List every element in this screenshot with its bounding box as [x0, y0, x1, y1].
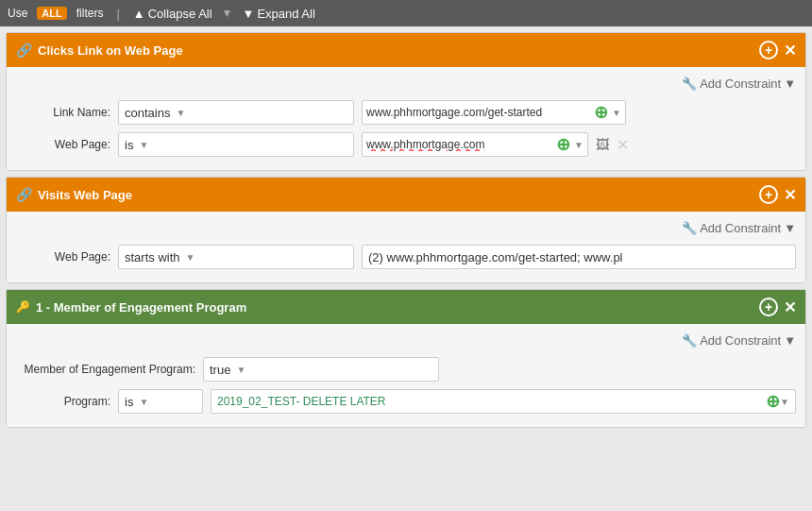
engagement-operator-1[interactable]: true ▼	[203, 357, 439, 382]
link-name-operator[interactable]: contains ▼	[118, 100, 354, 125]
add-constraint-chevron-2: ▼	[784, 221, 796, 235]
engagement-label-1: Member of Engagement Program:	[16, 363, 195, 376]
close-button-visits-web[interactable]: ✕	[784, 186, 796, 204]
program-value: 2019_02_TEST- DELETE LATER	[217, 395, 766, 408]
web-page-multi-value-text: (2) www.phhmortgage.com/get-started; www…	[368, 250, 789, 264]
engagement-operator-value-1: true	[210, 363, 230, 377]
program-operator-value: is	[125, 395, 133, 409]
expand-label: Expand All	[257, 7, 314, 21]
info-button-visits-web[interactable]: +	[759, 185, 778, 204]
link-name-value: www.phhmortgage.com/get-started	[366, 106, 592, 119]
sep: ▼	[222, 7, 233, 20]
add-constraint-chevron: ▼	[784, 77, 796, 91]
engagement-row-1: Member of Engagement Program: true ▼	[7, 353, 805, 385]
filter-header-engagement: 🔑 1 - Member of Engagement Program + ✕	[7, 290, 805, 324]
add-constraint-button-clicks-link[interactable]: 🔧 Add Constraint ▼	[682, 77, 796, 91]
chevron-down-icon-3: ▼	[186, 252, 195, 263]
all-badge[interactable]: ALL	[37, 7, 66, 20]
program-row: Program: is ▼ 2019_02_TEST- DELETE LATER…	[7, 385, 805, 417]
add-constraint-button-visits-web[interactable]: 🔧 Add Constraint ▼	[682, 221, 796, 235]
chevron-down-icon-2: ▼	[139, 140, 148, 150]
link-icon: 🔗	[16, 43, 32, 58]
add-constraint-chevron-3: ▼	[784, 333, 796, 348]
collapse-icon: ▲	[133, 7, 145, 21]
filter-title-clicks-link: Clicks Link on Web Page	[38, 43, 183, 58]
chevron-down-icon: ▼	[176, 108, 185, 118]
web-page-row-2: Web Page: starts with ▼ (2) www.phhmortg…	[7, 241, 805, 273]
remove-icon-button[interactable]: ✕	[617, 136, 629, 154]
image-icon-button[interactable]: 🖼	[596, 137, 609, 152]
filter-body-engagement: 🔧 Add Constraint ▼ Member of Engagement …	[7, 324, 805, 427]
collapse-all-button[interactable]: ▲ Collapse All	[133, 7, 212, 21]
chevron-icon: ▼	[612, 108, 621, 118]
use-label: Use	[8, 7, 27, 20]
web-page-operator-value-1: is	[125, 138, 133, 152]
link-name-value-field[interactable]: www.phhmortgage.com/get-started ⊕ ▼	[362, 100, 626, 125]
info-button-clicks-link[interactable]: +	[759, 41, 778, 60]
add-constraint-icon: 🔧	[682, 77, 697, 91]
web-page-operator-2[interactable]: starts with ▼	[118, 245, 354, 269]
web-page-multi-value[interactable]: (2) www.phhmortgage.com/get-started; www…	[362, 245, 796, 269]
add-constraint-label-2: Add Constraint	[700, 221, 781, 235]
web-page-label-1: Web Page:	[16, 138, 110, 151]
filter-header-clicks-link: 🔗 Clicks Link on Web Page + ✕	[7, 33, 805, 67]
add-constraint-label-3: Add Constraint	[700, 333, 781, 348]
add-value-icon[interactable]: ⊕	[594, 102, 608, 123]
filter-title-engagement: 1 - Member of Engagement Program	[36, 300, 246, 315]
toolbar: Use ALL filters | ▲ Collapse All ▼ ▼ Exp…	[0, 0, 812, 26]
filter-header-visits-web: 🔗 Visits Web Page + ✕	[7, 178, 805, 212]
web-page-operator-value-2: starts with	[125, 250, 180, 264]
program-label: Program:	[16, 395, 110, 408]
add-value-icon-2[interactable]: ⊕	[556, 134, 570, 155]
chevron-icon-2: ▼	[574, 140, 584, 150]
add-constraint-button-engagement[interactable]: 🔧 Add Constraint ▼	[682, 333, 796, 348]
close-button-engagement[interactable]: ✕	[784, 298, 796, 316]
add-constraint-icon-2: 🔧	[682, 221, 697, 235]
program-operator[interactable]: is ▼	[118, 389, 203, 414]
filters-label: filters	[76, 7, 104, 20]
chevron-tiny-icon: ▼	[780, 397, 789, 407]
add-constraint-row-1: 🔧 Add Constraint ▼	[7, 73, 805, 96]
web-page-value-field-1[interactable]: www.phhmortgage.com ⊕ ▼	[362, 132, 588, 157]
filter-card-clicks-link: 🔗 Clicks Link on Web Page + ✕ 🔧 Add Cons…	[6, 32, 806, 171]
info-button-engagement[interactable]: +	[759, 298, 778, 316]
link-name-operator-value: contains	[125, 106, 170, 120]
filter-card-visits-web: 🔗 Visits Web Page + ✕ 🔧 Add Constraint ▼…	[6, 177, 806, 283]
chevron-down-icon-4: ▼	[236, 365, 245, 375]
collapse-label: Collapse All	[148, 7, 212, 21]
chevron-down-icon-5: ▼	[139, 397, 148, 407]
key-icon: 🔑	[16, 300, 30, 314]
web-page-label-2: Web Page:	[16, 250, 110, 264]
close-button-clicks-link[interactable]: ✕	[784, 42, 796, 60]
filter-body-clicks-link: 🔧 Add Constraint ▼ Link Name: contains ▼…	[7, 67, 805, 170]
add-program-icon[interactable]: ⊕	[766, 391, 780, 412]
link-icon-2: 🔗	[16, 187, 32, 202]
filter-card-engagement: 🔑 1 - Member of Engagement Program + ✕ 🔧…	[6, 289, 806, 428]
filter-title-visits-web: Visits Web Page	[38, 188, 132, 202]
link-name-label: Link Name:	[16, 106, 110, 119]
expand-all-button[interactable]: ▼ Expand All	[243, 7, 315, 21]
filter-body-visits-web: 🔧 Add Constraint ▼ Web Page: starts with…	[7, 212, 805, 282]
web-page-row-1: Web Page: is ▼ www.phhmortgage.com ⊕ ▼ 🖼…	[7, 128, 805, 161]
program-value-field[interactable]: 2019_02_TEST- DELETE LATER ⊕ ▼	[211, 389, 796, 414]
add-constraint-row-2: 🔧 Add Constraint ▼	[7, 217, 805, 241]
link-name-row: Link Name: contains ▼ www.phhmortgage.co…	[7, 96, 805, 128]
add-constraint-row-3: 🔧 Add Constraint ▼	[7, 330, 805, 353]
expand-icon: ▼	[243, 7, 255, 21]
web-page-value-1: www.phhmortgage.com	[366, 138, 554, 151]
add-constraint-icon-3: 🔧	[682, 333, 697, 348]
divider: |	[116, 7, 119, 21]
add-constraint-label: Add Constraint	[700, 77, 781, 91]
web-page-operator-1[interactable]: is ▼	[118, 132, 354, 157]
